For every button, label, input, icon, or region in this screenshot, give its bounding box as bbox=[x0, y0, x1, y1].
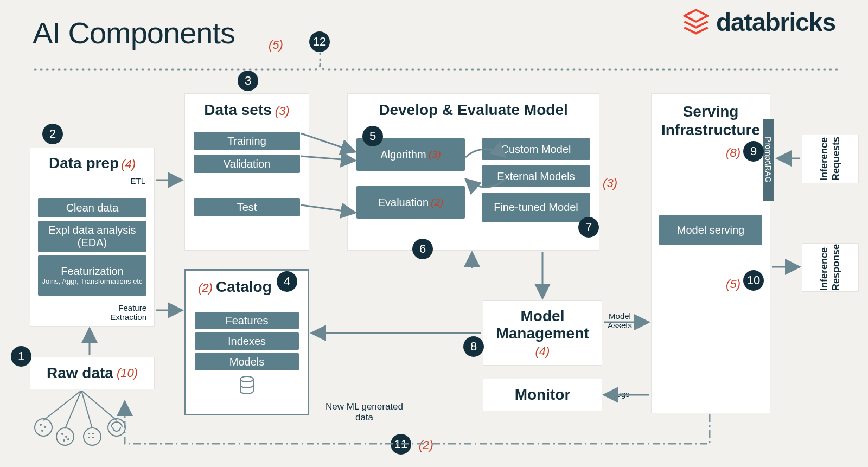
badge-7: 7 bbox=[578, 217, 599, 238]
badge-5: 5 bbox=[362, 126, 383, 146]
svg-point-11 bbox=[67, 438, 69, 440]
svg-point-4 bbox=[108, 419, 125, 436]
databricks-logo: databricks bbox=[681, 8, 835, 37]
raw-data-red: (10) bbox=[117, 366, 138, 380]
page-title: AI Components bbox=[33, 15, 235, 50]
chip-model-serving: Model serving bbox=[659, 215, 762, 245]
prompt-rag-chip: Prompt\RAG bbox=[763, 119, 774, 201]
database-icon bbox=[239, 376, 255, 394]
badge-12: 12 bbox=[309, 31, 330, 52]
develop-title: Develop & Evaluate Model bbox=[356, 101, 590, 119]
catalog-title: Catalog bbox=[216, 278, 272, 296]
chip-evaluation: Evaluation (2) bbox=[356, 186, 465, 219]
inference-response-label: InferenceResponse bbox=[819, 244, 842, 291]
chip-models: Models bbox=[195, 353, 299, 370]
serving-red-top: (8) bbox=[726, 146, 741, 160]
chip-test: Test bbox=[194, 198, 300, 216]
serving-title: ServingInfrastructure bbox=[659, 103, 762, 139]
svg-point-1 bbox=[35, 419, 52, 436]
badge-9: 9 bbox=[743, 141, 764, 162]
svg-point-0 bbox=[240, 376, 253, 382]
svg-rect-15 bbox=[92, 437, 94, 438]
chip-algorithm-label: Algorithm bbox=[380, 149, 426, 161]
chip-features: Features bbox=[195, 312, 299, 329]
badge-6: 6 bbox=[412, 239, 433, 259]
svg-rect-13 bbox=[92, 433, 94, 434]
svg-point-6 bbox=[44, 426, 46, 428]
monitor-card: Monitor bbox=[483, 379, 602, 411]
svg-point-3 bbox=[84, 428, 101, 445]
badge-4: 4 bbox=[277, 271, 297, 292]
logs-label: Logs bbox=[612, 389, 630, 399]
model-management-red: (4) bbox=[535, 344, 550, 359]
chip-evaluation-red: (2) bbox=[431, 196, 443, 208]
inference-response-card: InferenceResponse bbox=[802, 243, 859, 292]
svg-point-7 bbox=[41, 430, 43, 432]
model-management-card: ModelManagement (4) bbox=[483, 300, 602, 366]
serving-red-bot: (5) bbox=[726, 277, 741, 291]
new-ml-label: New ML generateddata bbox=[326, 401, 403, 424]
data-sets-title: Data sets bbox=[204, 101, 272, 119]
svg-point-8 bbox=[61, 433, 63, 435]
etl-label: ETL bbox=[130, 176, 145, 185]
chip-validation: Validation bbox=[194, 155, 300, 173]
databricks-icon bbox=[681, 8, 711, 37]
badge-11: 11 bbox=[391, 434, 411, 455]
data-sets-card: Data sets (3) Training Validation Test bbox=[184, 93, 309, 251]
inference-requests-label: InferenceRequests bbox=[819, 137, 842, 181]
svg-point-10 bbox=[63, 439, 65, 442]
badge-3: 3 bbox=[238, 71, 258, 91]
data-prep-red: (4) bbox=[121, 157, 136, 171]
chip-algorithm-red: (3) bbox=[429, 149, 441, 161]
develop-evaluate-card: Develop & Evaluate Model Algorithm (3) E… bbox=[347, 93, 599, 251]
top-red-annotation: (5) bbox=[269, 38, 283, 52]
chip-featurization-sub: Joins, Aggr, Transformations etc bbox=[42, 278, 143, 286]
svg-rect-12 bbox=[88, 433, 90, 434]
chip-featurization: Featurization Joins, Aggr, Transformatio… bbox=[38, 255, 146, 296]
chip-indexes: Indexes bbox=[195, 332, 299, 350]
chip-clean-data: Clean data bbox=[38, 198, 146, 217]
badge-2: 2 bbox=[42, 124, 63, 144]
inference-requests-card: InferenceRequests bbox=[802, 135, 859, 183]
model-management-title: ModelManagement bbox=[496, 308, 589, 342]
databricks-wordmark: databricks bbox=[716, 8, 835, 37]
feature-extraction-label: FeatureExtraction bbox=[110, 304, 146, 322]
raw-data-title: Raw data bbox=[47, 364, 113, 382]
chip-training: Training bbox=[194, 132, 300, 150]
svg-point-9 bbox=[65, 436, 67, 438]
badge-1: 1 bbox=[11, 346, 31, 367]
catalog-red: (2) bbox=[198, 281, 213, 295]
external-models-red: (3) bbox=[603, 176, 617, 190]
chip-featurization-label: Featurization bbox=[61, 265, 124, 278]
svg-point-5 bbox=[40, 424, 42, 426]
chip-eda: Expl data analysis (EDA) bbox=[38, 221, 146, 252]
model-assets-label: ModelAssets bbox=[608, 312, 632, 330]
chip-fine-tuned-model: Fine-tuned Model bbox=[482, 193, 590, 222]
svg-rect-14 bbox=[88, 437, 90, 438]
chip-custom-model: Custom Model bbox=[482, 138, 590, 160]
data-sets-red: (3) bbox=[275, 104, 290, 118]
badge-10: 10 bbox=[743, 270, 764, 291]
data-prep-card: Data prep (4) ETL Clean data Expl data a… bbox=[30, 148, 155, 327]
raw-data-card: Raw data (10) bbox=[30, 357, 155, 389]
raw-data-sources-icon bbox=[27, 391, 136, 456]
chip-evaluation-label: Evaluation bbox=[378, 196, 429, 209]
chip-external-models: External Models bbox=[482, 165, 590, 187]
badge-8: 8 bbox=[463, 336, 484, 357]
monitor-title: Monitor bbox=[515, 386, 571, 404]
data-prep-title: Data prep bbox=[49, 155, 119, 172]
svg-point-2 bbox=[56, 428, 74, 445]
new-ml-red: (2) bbox=[419, 438, 433, 452]
